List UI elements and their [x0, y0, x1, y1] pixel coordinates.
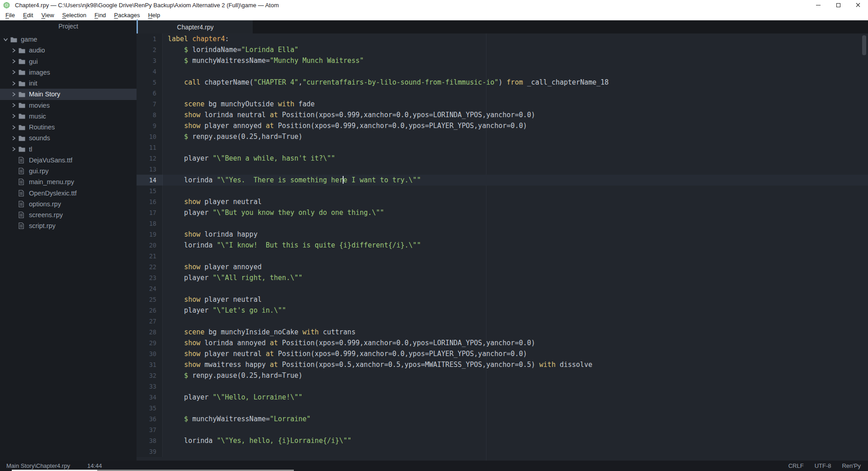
menu-file[interactable]: File: [1, 10, 19, 20]
tab-chapter4[interactable]: Chapter4.rpy: [138, 20, 253, 33]
file-icon: [19, 223, 26, 229]
code-line-18[interactable]: 18: [137, 218, 868, 229]
menu-find[interactable]: Find: [90, 10, 110, 20]
tree-item-screens-rpy[interactable]: screens.rpy: [0, 209, 137, 220]
code-line-20[interactable]: 20 lorinda "\"I know! But this is quite …: [137, 240, 868, 251]
code-line-10[interactable]: 10 $ renpy.pause(0.25,hard=True): [137, 131, 868, 142]
menu-help[interactable]: Help: [144, 10, 164, 20]
code-line-36[interactable]: 36 $ munchyWaitressName="Lorraine": [137, 414, 868, 424]
code-line-7[interactable]: 7 scene bg munchyOutside with fade: [137, 99, 868, 109]
line-number: 2: [137, 44, 163, 55]
code-line-25[interactable]: 25 show player neutral: [137, 294, 868, 305]
status-cursor-position[interactable]: 14:44: [87, 462, 102, 469]
code-line-34[interactable]: 34 player "\"Hello, Lorraine!\"": [137, 392, 868, 403]
code-line-2[interactable]: 2 $ lorindaName="Lorinda Ella": [137, 44, 868, 55]
code-line-15[interactable]: 15: [137, 186, 868, 196]
code-line-27[interactable]: 27: [137, 316, 868, 327]
code-line-13[interactable]: 13: [137, 164, 868, 175]
chevron-icon[interactable]: [11, 58, 17, 64]
code-line-23[interactable]: 23 player "\"All right, then.\"": [137, 272, 868, 283]
chevron-icon[interactable]: [11, 113, 17, 119]
code-line-32[interactable]: 32 $ renpy.pause(0.25,hard=True): [137, 370, 868, 381]
tree-item-movies[interactable]: movies: [0, 100, 137, 111]
code-line-5[interactable]: 5 call chapterName("CHAPTER 4","currenta…: [137, 77, 868, 88]
chevron-icon[interactable]: [11, 91, 17, 97]
code-line-9[interactable]: 9 show player annoyed at Position(xpos=0…: [137, 120, 868, 131]
menu-view[interactable]: View: [37, 10, 58, 20]
tab-label: Chapter4.rpy: [177, 24, 214, 31]
chevron-icon[interactable]: [11, 102, 17, 108]
code-line-38[interactable]: 38 lorinda "\"Yes, hello, {i}Lorraine{/i…: [137, 435, 868, 446]
status-grammar[interactable]: Ren'Py: [842, 462, 861, 469]
code-line-28[interactable]: 28 scene bg munchyInside_noCake with cut…: [137, 327, 868, 338]
tree-item-init[interactable]: init: [0, 78, 137, 89]
code-line-21[interactable]: 21: [137, 251, 868, 262]
tree-item-game[interactable]: game: [0, 34, 137, 45]
menu-packages[interactable]: Packages: [110, 10, 144, 20]
line-number: 11: [137, 142, 163, 153]
code-line-19[interactable]: 19 show lorinda happy: [137, 229, 868, 240]
minimize-button[interactable]: [808, 0, 828, 10]
code-line-30[interactable]: 30 show player neutral at Position(xpos=…: [137, 348, 868, 359]
code-line-4[interactable]: 4: [137, 66, 868, 77]
tree-item-audio[interactable]: audio: [0, 45, 137, 56]
tree-item-main-story[interactable]: Main Story: [0, 89, 137, 100]
code-line-11[interactable]: 11: [137, 142, 868, 153]
code-line-12[interactable]: 12 player "\"Been a while, hasn't it?\"": [137, 153, 868, 164]
text-editor[interactable]: 1label chapter4:2 $ lorindaName="Lorinda…: [137, 33, 868, 461]
code-line-22[interactable]: 22 show player annoyed: [137, 262, 868, 272]
code-line-14[interactable]: 14 lorinda "\"Yes. There is something he…: [137, 175, 868, 186]
code-line-17[interactable]: 17 player "\"But you know they only do o…: [137, 207, 868, 218]
code-line-35[interactable]: 35: [137, 403, 868, 414]
status-line-ending[interactable]: CRLF: [788, 462, 804, 469]
code-line-31[interactable]: 31 show mwaitress happy at Position(xpos…: [137, 359, 868, 370]
tree-item-gui-rpy[interactable]: gui.rpy: [0, 166, 137, 176]
chevron-icon[interactable]: [3, 37, 9, 43]
line-number: 12: [137, 153, 163, 164]
tree-item-images[interactable]: images: [0, 67, 137, 78]
chevron-icon[interactable]: [11, 146, 17, 152]
project-header: Project: [0, 20, 137, 33]
tree-item-options-rpy[interactable]: options.rpy: [0, 199, 137, 209]
code-line-6[interactable]: 6: [137, 88, 868, 99]
chevron-icon[interactable]: [11, 135, 17, 141]
tree-item-dejavusans-ttf[interactable]: DejaVuSans.ttf: [0, 155, 137, 166]
vertical-scrollbar-thumb[interactable]: [862, 35, 866, 55]
tree-item-script-rpy[interactable]: script.rpy: [0, 220, 137, 231]
chevron-icon[interactable]: [11, 69, 17, 75]
line-number: 10: [137, 131, 163, 142]
code-line-39[interactable]: 39: [137, 446, 868, 457]
close-icon: [856, 3, 860, 7]
close-button[interactable]: [848, 0, 868, 10]
status-encoding[interactable]: UTF-8: [815, 462, 831, 469]
chevron-icon[interactable]: [11, 81, 17, 86]
tree-item-main-menu-rpy[interactable]: main_menu.rpy: [0, 176, 137, 187]
maximize-button[interactable]: [828, 0, 848, 10]
code-line-33[interactable]: 33: [137, 381, 868, 392]
code-line-3[interactable]: 3 $ munchyWaitressName="Munchy Munch Wai…: [137, 55, 868, 66]
tree-item-music[interactable]: music: [0, 111, 137, 122]
code-line-26[interactable]: 26 player "\"Let's go in.\"": [137, 305, 868, 316]
code-line-37[interactable]: 37: [137, 424, 868, 435]
line-number: 32: [137, 370, 163, 381]
tree-item-routines[interactable]: Routines: [0, 122, 137, 133]
code-line-29[interactable]: 29 show lorinda annoyed at Position(xpos…: [137, 338, 868, 348]
line-content: show player neutral: [163, 196, 868, 207]
code-line-1[interactable]: 1label chapter4:: [137, 33, 868, 44]
window-controls: [808, 0, 868, 10]
code-line-24[interactable]: 24: [137, 283, 868, 294]
tree-item-gui[interactable]: gui: [0, 56, 137, 67]
chevron-icon[interactable]: [11, 124, 17, 130]
tree-item-label: init: [29, 80, 38, 87]
line-content: player "\"Let's go in.\"": [163, 305, 868, 316]
chevron-icon[interactable]: [11, 48, 17, 53]
tree-item-sounds[interactable]: sounds: [0, 133, 137, 143]
menu-edit[interactable]: Edit: [19, 10, 37, 20]
menu-selection[interactable]: Selection: [58, 10, 90, 20]
code-line-16[interactable]: 16 show player neutral: [137, 196, 868, 207]
tree-item-tl[interactable]: tl: [0, 144, 137, 155]
tree-item-opendyslexic-ttf[interactable]: OpenDyslexic.ttf: [0, 188, 137, 199]
tree-item-label: sounds: [29, 134, 50, 142]
line-content: label chapter4:: [163, 33, 868, 44]
code-line-8[interactable]: 8 show lorinda neutral at Position(xpos=…: [137, 109, 868, 120]
